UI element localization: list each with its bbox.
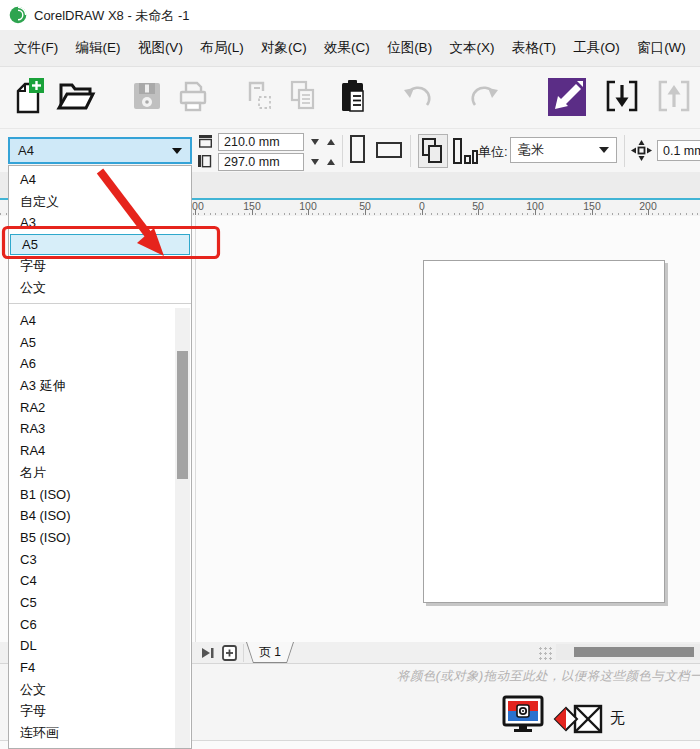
dropdown-item[interactable]: B1 (ISO) <box>9 484 175 506</box>
dropdown-item[interactable]: 字母 <box>9 700 175 722</box>
new-document-button[interactable] <box>12 77 46 115</box>
dropdown-item-partial[interactable]: 小报 <box>9 744 175 749</box>
height-spin-up[interactable] <box>327 159 335 165</box>
page-tab[interactable]: 页 1 <box>246 642 294 663</box>
width-spin-down[interactable] <box>311 139 319 145</box>
width-spin-up[interactable] <box>327 139 335 145</box>
viewport-left-edge <box>195 216 196 642</box>
menu-window[interactable]: 窗口(W) <box>637 39 686 57</box>
dropdown-item[interactable]: C6 <box>9 614 175 636</box>
page-size-dropdown-list: A4 自定义 A3 A5 字母 公文 A4 A5 A6 A3 延伸 RA2 RA… <box>8 165 192 749</box>
dropdown-item[interactable]: RA2 <box>9 397 175 419</box>
dropdown-all-sizes-group: A4 A5 A6 A3 延伸 RA2 RA3 RA4 名片 B1 (ISO) B… <box>9 310 175 749</box>
units-combobox[interactable]: 毫米 <box>510 137 617 163</box>
current-page-icon <box>452 137 478 165</box>
dropdown-item[interactable]: 公文 <box>9 679 175 701</box>
menu-text[interactable]: 文本(X) <box>449 39 494 57</box>
separator <box>243 644 244 662</box>
export-icon <box>656 78 692 114</box>
dropdown-item-letter[interactable]: 字母 <box>9 255 191 277</box>
portrait-button[interactable] <box>350 135 365 163</box>
coreldraw-window: CorelDRAW X8 - 未命名 -1 文件(F) 编辑(E) 视图(V) … <box>0 0 700 749</box>
page-width-field[interactable]: 210.0 mm <box>218 133 304 151</box>
new-document-icon <box>12 77 46 115</box>
dropdown-item[interactable]: 连环画 <box>9 722 175 744</box>
dropdown-item[interactable]: A4 <box>9 310 175 332</box>
save-icon <box>130 79 164 113</box>
dropdown-scrollbar-thumb[interactable] <box>177 351 188 479</box>
all-pages-icon <box>420 137 446 165</box>
add-page-icon[interactable] <box>221 644 238 662</box>
dropdown-item[interactable]: 名片 <box>9 462 175 484</box>
print-button[interactable] <box>176 79 210 113</box>
nudge-offset-field[interactable]: 0.1 mm <box>657 140 700 161</box>
units-value: 毫米 <box>518 141 544 159</box>
save-button[interactable] <box>130 79 164 113</box>
import-button[interactable] <box>604 78 640 114</box>
landscape-button[interactable] <box>376 142 402 158</box>
redo-icon <box>466 79 502 115</box>
export-button[interactable] <box>656 78 692 114</box>
dropdown-item-a3[interactable]: A3 <box>9 212 191 234</box>
dropdown-scrollbar[interactable] <box>175 308 190 748</box>
copy-icon <box>286 79 320 113</box>
menu-layout[interactable]: 布局(L) <box>200 39 244 57</box>
dropdown-separator <box>9 303 191 304</box>
menu-table[interactable]: 表格(T) <box>512 39 556 57</box>
current-page-button[interactable] <box>452 136 478 166</box>
page-size-value: A4 <box>18 143 34 158</box>
open-button[interactable] <box>56 79 96 113</box>
separator <box>410 135 411 167</box>
dropdown-item-legal[interactable]: 公文 <box>9 277 191 299</box>
menu-bitmaps[interactable]: 位图(B) <box>387 39 432 57</box>
copy-button[interactable] <box>286 79 320 113</box>
dropdown-item[interactable]: DL <box>9 635 175 657</box>
document-color-settings-icon[interactable] <box>500 695 546 735</box>
dropdown-item[interactable]: C4 <box>9 570 175 592</box>
combobox-caret-icon <box>172 148 182 154</box>
menu-edit[interactable]: 编辑(E) <box>76 39 121 57</box>
page-tab-label: 页 1 <box>259 644 281 661</box>
menu-tools[interactable]: 工具(O) <box>573 39 620 57</box>
dropdown-item-custom[interactable]: 自定义 <box>9 191 191 213</box>
dropdown-item[interactable]: A6 <box>9 353 175 375</box>
page-height-field[interactable]: 297.0 mm <box>218 153 304 171</box>
menu-file[interactable]: 文件(F) <box>14 39 58 57</box>
menu-effects[interactable]: 效果(C) <box>324 39 370 57</box>
dropdown-item[interactable]: RA3 <box>9 418 175 440</box>
launcher-button[interactable] <box>548 78 586 116</box>
document-page[interactable] <box>423 260 665 603</box>
horizontal-scrollbar-thumb[interactable] <box>574 647 694 657</box>
dropdown-item[interactable]: B5 (ISO) <box>9 527 175 549</box>
dropdown-item[interactable]: C5 <box>9 592 175 614</box>
height-spin-down[interactable] <box>311 159 319 165</box>
paste-button[interactable] <box>336 77 370 115</box>
nudge-offset-value: 0.1 mm <box>663 144 700 158</box>
dropdown-preset-group: A4 自定义 A3 A5 字母 公文 <box>9 166 191 298</box>
last-page-icon[interactable] <box>201 647 215 659</box>
dropdown-item-a5-highlighted[interactable]: A5 <box>10 234 190 256</box>
dropdown-item[interactable]: A3 延伸 <box>9 375 175 397</box>
dropdown-item[interactable]: C3 <box>9 549 175 571</box>
dropdown-item[interactable]: RA4 <box>9 440 175 462</box>
page-width-value: 210.0 mm <box>224 135 280 149</box>
all-pages-button[interactable] <box>418 134 448 168</box>
page-height-value: 297.0 mm <box>224 155 280 169</box>
menu-object[interactable]: 对象(C) <box>261 39 307 57</box>
page-size-combobox[interactable]: A4 <box>8 137 192 164</box>
palette-hint-text: 将颜色(或对象)拖动至此处，以便将这些颜色与文档一 <box>397 668 700 685</box>
dropdown-item[interactable]: B4 (ISO) <box>9 505 175 527</box>
menu-view[interactable]: 视图(V) <box>138 39 183 57</box>
dropdown-item[interactable]: F4 <box>9 657 175 679</box>
coreldraw-logo-icon <box>9 6 27 24</box>
redo-button[interactable] <box>466 79 502 115</box>
paste-special-button[interactable] <box>242 79 274 113</box>
fill-none-icon[interactable] <box>552 702 604 736</box>
units-caret-icon <box>599 147 609 153</box>
units-label: 单位: <box>478 143 508 161</box>
dropdown-item[interactable]: A5 <box>9 332 175 354</box>
dropdown-item-a4[interactable]: A4 <box>9 169 191 191</box>
undo-button[interactable] <box>400 79 436 115</box>
splitter-grip[interactable] <box>538 646 554 660</box>
title-bar: CorelDRAW X8 - 未命名 -1 <box>0 0 700 31</box>
